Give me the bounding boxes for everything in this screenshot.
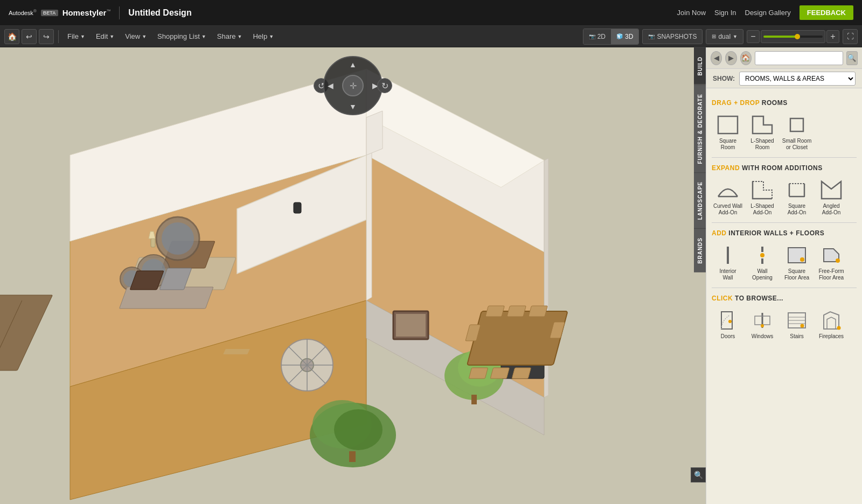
panel-back-button[interactable]: ◀ <box>711 51 722 65</box>
nav-left-button[interactable]: ◀ <box>328 81 333 90</box>
build-tab[interactable]: BUILD <box>694 47 706 85</box>
furnish-decorate-tab[interactable]: FURNISH & DECORATE <box>694 85 706 173</box>
panel-search-input[interactable] <box>755 51 843 65</box>
panel-search-button[interactable]: 🔍 <box>846 51 858 65</box>
svg-rect-39 <box>507 306 526 317</box>
zoom-in-button[interactable]: + <box>826 30 839 43</box>
design-gallery-link[interactable]: Design Gallery <box>745 9 791 17</box>
3d-view-button[interactable]: 🧊 3D <box>611 29 638 44</box>
show-select[interactable]: ROOMS, WALLS & AREAS ALL FURNITURE ONLY <box>739 72 856 86</box>
svg-rect-55 <box>718 116 738 134</box>
square-room-item[interactable]: SquareRoom <box>712 111 744 153</box>
canvas-area[interactable]: ↺ ▲ ▼ ◀ ▶ ✛ ↻ <box>0 47 706 504</box>
view-controls: 📷 2D 🧊 3D 📷 SNAPSHOTS ⊞ dual ▼ − <box>583 29 858 45</box>
square-floor-item[interactable]: SquareFloor Area <box>781 241 813 283</box>
section-divider-3 <box>712 288 857 288</box>
svg-rect-58 <box>789 184 804 197</box>
zoom-out-button[interactable]: − <box>747 30 760 43</box>
svg-rect-40 <box>529 306 547 317</box>
svg-point-68 <box>836 258 840 263</box>
2d-view-button[interactable]: 📷 2D <box>583 29 611 44</box>
nav-up-button[interactable]: ▲ <box>349 60 357 69</box>
svg-rect-31 <box>349 451 356 462</box>
svg-point-67 <box>800 257 804 262</box>
edit-menu[interactable]: Edit ▼ <box>92 29 119 44</box>
walls-grid: InteriorWall WallOpening <box>712 241 857 283</box>
interior-wall-item[interactable]: InteriorWall <box>712 241 744 283</box>
panel-forward-button[interactable]: ▶ <box>725 51 736 65</box>
additions-grid: Curved WallAdd-On L-ShapedAdd-On <box>712 176 857 218</box>
fireplaces-browse-item[interactable]: Fireplaces <box>815 306 847 342</box>
zoom-thumb <box>795 34 800 39</box>
sign-in-link[interactable]: Sign In <box>714 9 736 17</box>
svg-rect-46 <box>223 349 250 354</box>
home-icon-button[interactable]: 🏠 <box>4 29 19 44</box>
shopping-list-menu[interactable]: Shopping List ▼ <box>153 29 211 44</box>
small-room-item[interactable]: Small Roomor Closet <box>781 111 813 153</box>
right-panel: ◀ ▶ 🏠 🔍 SHOW: ROOMS, WALLS & AREAS ALL F… <box>706 47 862 504</box>
l-shaped-addon-item[interactable]: L-ShapedAdd-On <box>746 176 778 218</box>
panel-home-button[interactable]: 🏠 <box>740 51 752 65</box>
join-now-link[interactable]: Join Now <box>677 9 706 17</box>
svg-rect-47 <box>119 287 213 309</box>
square-addon-item[interactable]: SquareAdd-On <box>781 176 813 218</box>
feedback-button[interactable]: FEEDBACK <box>800 5 853 20</box>
nav-down-button[interactable]: ▼ <box>349 102 357 111</box>
dual-view-button[interactable]: ⊞ dual ▼ <box>706 29 743 44</box>
logo-area: Autodesk® BETA Homestyler™ <box>9 8 110 17</box>
share-menu[interactable]: Share ▼ <box>213 29 247 44</box>
additions-section-header: EXPAND WITH ROOM ADDITIONS <box>712 164 857 172</box>
section-divider-2 <box>712 222 857 223</box>
logo-autodesk: Autodesk® <box>9 9 37 17</box>
svg-marker-9 <box>366 111 383 155</box>
svg-rect-38 <box>485 306 504 317</box>
rooms-grid: SquareRoom L-ShapedRoom <box>712 111 857 153</box>
show-filter-row: SHOW: ROOMS, WALLS & AREAS ALL FURNITURE… <box>706 69 862 88</box>
toolbar-divider-1 <box>58 30 59 43</box>
rotate-right-button[interactable]: ↻ <box>377 78 392 93</box>
svg-point-73 <box>761 324 764 327</box>
svg-rect-50 <box>151 239 155 247</box>
view-menu[interactable]: View ▼ <box>121 29 151 44</box>
svg-rect-42 <box>490 368 509 379</box>
brands-tab[interactable]: BRANDS <box>694 228 706 272</box>
panel-content: DRAG + DROP ROOMS SquareRoom <box>706 88 862 504</box>
help-menu[interactable]: Help ▼ <box>248 29 278 44</box>
landscape-tab[interactable]: LANDSCAPE <box>694 172 706 228</box>
top-bar: Autodesk® BETA Homestyler™ Untitled Desi… <box>0 0 862 26</box>
svg-rect-54 <box>294 202 301 213</box>
fullscreen-button[interactable]: ⛶ <box>843 29 858 44</box>
l-shaped-room-item[interactable]: L-ShapedRoom <box>746 111 778 153</box>
svg-point-30 <box>334 409 383 450</box>
svg-point-79 <box>837 326 841 330</box>
doors-browse-item[interactable]: Doors <box>712 306 744 342</box>
side-tabs: BUILD FURNISH & DECORATE LANDSCAPE BRAND… <box>694 47 706 272</box>
svg-marker-7 <box>366 152 372 300</box>
title-divider <box>119 6 120 19</box>
zoom-fill <box>763 36 796 38</box>
svg-point-17 <box>162 222 194 255</box>
canvas-search-button[interactable]: 🔍 <box>691 467 706 482</box>
svg-point-78 <box>801 324 804 328</box>
curved-wall-addon-item[interactable]: Curved WallAdd-On <box>712 176 744 218</box>
redo-button[interactable]: ↪ <box>39 29 54 44</box>
file-menu[interactable]: File ▼ <box>63 29 89 44</box>
nav-ring: ▲ ▼ ◀ ▶ ✛ <box>323 56 383 115</box>
design-title: Untitled Design <box>128 8 191 18</box>
zoom-control: − + <box>747 30 839 43</box>
svg-rect-41 <box>469 368 488 379</box>
wall-opening-item[interactable]: WallOpening <box>746 241 778 283</box>
toolbar: 🏠 ↩ ↪ File ▼ Edit ▼ View ▼ Shopping List… <box>0 26 862 47</box>
snapshots-button[interactable]: 📷 SNAPSHOTS <box>642 29 703 44</box>
svg-rect-20 <box>0 295 52 370</box>
svg-rect-43 <box>512 368 531 379</box>
freeform-floor-item[interactable]: Free-FormFloor Area <box>815 241 847 283</box>
zoom-slider[interactable] <box>761 30 825 43</box>
svg-rect-56 <box>790 118 803 131</box>
angled-addon-item[interactable]: AngledAdd-On <box>815 176 847 218</box>
svg-point-65 <box>760 253 764 257</box>
undo-button[interactable]: ↩ <box>22 29 37 44</box>
windows-browse-item[interactable]: Windows <box>746 306 778 342</box>
stairs-browse-item[interactable]: Stairs <box>781 306 813 342</box>
2d-3d-toggle: 📷 2D 🧊 3D <box>583 29 639 45</box>
